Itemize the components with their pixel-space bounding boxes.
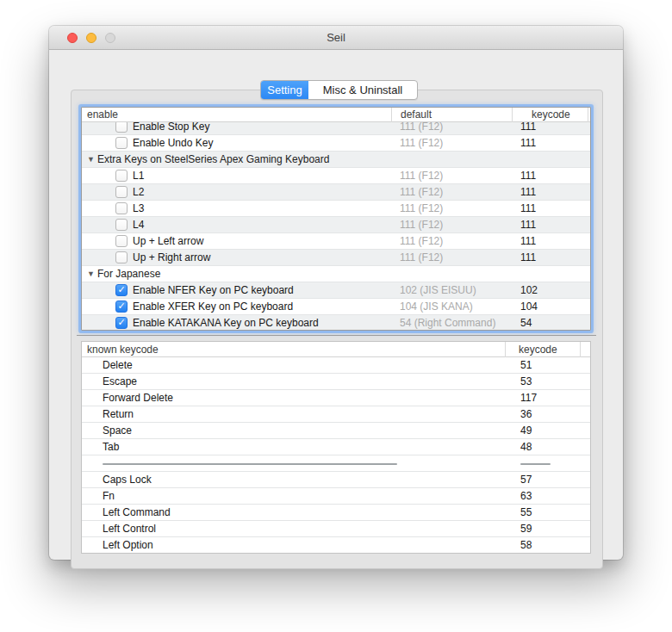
enable-checkbox[interactable]	[115, 317, 128, 329]
enable-checkbox[interactable]	[115, 137, 128, 149]
key-name: Left Control	[82, 523, 505, 535]
row-label: Up + Right arrow	[133, 251, 210, 263]
enable-table[interactable]: enable default keycode Enable Stop Key 1…	[81, 107, 591, 331]
table-row[interactable]: L4 111 (F12) 111	[82, 217, 590, 233]
enable-checkbox[interactable]	[115, 284, 128, 296]
column-header-keycode: keycode	[505, 342, 580, 357]
column-header-known-keycode: known keycode	[82, 344, 505, 356]
disclosure-triangle-icon[interactable]: ▼	[87, 152, 95, 168]
known-keycode-table-header: known keycode keycode	[82, 342, 590, 357]
keycode-value: 53	[505, 375, 580, 387]
tab-setting[interactable]: Setting	[261, 81, 308, 100]
tab-misc-uninstall[interactable]: Misc & Uninstall	[308, 81, 417, 100]
row-label: Enable KATAKANA Key on PC keyboard	[133, 317, 319, 329]
default-value: 111 (F12)	[391, 186, 512, 198]
keycode-value: 54	[512, 317, 588, 329]
enable-table-body[interactable]: Enable Stop Key 111 (F12) 111 Enable Und…	[82, 122, 590, 331]
table-row[interactable]: Enable KATAKANA Key on PC keyboard 54 (R…	[82, 315, 590, 331]
key-name: Left Command	[82, 506, 505, 518]
tab-bar: Setting Misc & Uninstall	[260, 80, 418, 100]
keycode-value: 55	[505, 506, 580, 518]
table-row[interactable]: Space 49	[82, 423, 590, 439]
row-label: Up + Left arrow	[133, 235, 203, 247]
key-name: Escape	[82, 375, 505, 387]
known-keycode-table[interactable]: known keycode keycode Delete 51 Escape 5…	[81, 341, 591, 554]
enable-table-header: enable default keycode	[82, 108, 590, 122]
table-row[interactable]: Left Control 59	[82, 521, 590, 537]
row-label: L1	[133, 170, 144, 182]
table-row[interactable]: Up + Right arrow 111 (F12) 111	[82, 250, 590, 266]
keycode-value: 104	[512, 301, 588, 313]
group-row[interactable]: ▼ Extra Keys on SteelSeries Apex Gaming …	[82, 152, 590, 168]
group-row[interactable]: ▼ For Japanese	[82, 266, 590, 282]
keycode-value: 49	[505, 424, 580, 437]
enable-checkbox[interactable]	[115, 170, 128, 182]
keycode-value: 111	[512, 170, 588, 182]
default-value: 111 (F12)	[391, 202, 512, 214]
row-label: Enable Undo Key	[133, 137, 213, 149]
keycode-value: 111	[512, 235, 588, 247]
keycode-value: 59	[505, 523, 580, 535]
table-row[interactable]: Up + Left arrow 111 (F12) 111	[82, 233, 590, 250]
known-keycode-table-body[interactable]: Delete 51 Escape 53 Forward Delete 117 R…	[82, 357, 590, 554]
row-label: L4	[133, 219, 144, 231]
default-value: 111 (F12)	[391, 219, 512, 231]
separator-row	[82, 455, 590, 472]
keycode-value: 58	[505, 539, 580, 551]
table-row[interactable]: Enable Stop Key 111 (F12) 111	[82, 122, 590, 135]
table-row[interactable]: L3 111 (F12) 111	[82, 201, 590, 217]
table-row[interactable]: Enable XFER Key on PC keyboard 104 (JIS …	[82, 299, 590, 315]
enable-checkbox[interactable]	[115, 219, 128, 231]
keycode-value: 111	[512, 202, 588, 214]
column-header-default: default	[391, 108, 512, 122]
group-label: Extra Keys on SteelSeries Apex Gaming Ke…	[97, 153, 329, 165]
table-row[interactable]: Return 36	[82, 406, 590, 423]
keycode-value: 36	[505, 408, 580, 420]
table-row[interactable]: Forward Delete 117	[82, 390, 590, 406]
pane-divider	[77, 335, 596, 336]
keycode-value: 48	[505, 441, 580, 453]
separator-line	[520, 463, 551, 465]
default-value: 111 (F12)	[391, 137, 512, 149]
table-row[interactable]: Delete 51	[82, 357, 590, 374]
table-row[interactable]: Enable NFER Key on PC keyboard 102 (JIS …	[82, 282, 590, 299]
window-title: Seil	[49, 26, 623, 49]
table-row[interactable]: Escape 53	[82, 374, 590, 390]
keycode-value: 51	[505, 359, 580, 371]
enable-checkbox[interactable]	[115, 251, 128, 263]
default-value: 111 (F12)	[391, 251, 512, 263]
window-content: Setting Misc & Uninstall enable default …	[49, 50, 623, 560]
titlebar[interactable]: Seil	[49, 26, 623, 50]
table-row[interactable]: Fn 63	[82, 488, 590, 505]
key-name: Caps Lock	[82, 474, 505, 486]
key-name: Fn	[82, 490, 505, 502]
group-label: For Japanese	[97, 268, 160, 280]
enable-checkbox[interactable]	[115, 186, 128, 198]
key-name: Return	[82, 408, 505, 420]
table-row[interactable]: Caps Lock 57	[82, 472, 590, 488]
row-label: Enable Stop Key	[133, 122, 209, 133]
column-header-spacer	[580, 342, 590, 357]
column-header-keycode: keycode	[512, 108, 588, 122]
table-row[interactable]: Tab 48	[82, 439, 590, 455]
desktop: Seil Setting Misc & Uninstall enable def…	[0, 0, 672, 632]
keycode-value: 63	[505, 490, 580, 502]
enable-checkbox[interactable]	[115, 202, 128, 214]
key-name: Left Option	[82, 539, 505, 551]
enable-checkbox[interactable]	[115, 235, 128, 247]
table-row[interactable]: Left Option 58	[82, 537, 590, 554]
keycode-value: 111	[512, 251, 588, 263]
default-value: 104 (JIS KANA)	[391, 301, 512, 313]
table-row[interactable]: Left Command 55	[82, 505, 590, 521]
enable-checkbox[interactable]	[115, 122, 128, 133]
default-value: 54 (Right Command)	[391, 317, 512, 329]
table-row[interactable]: L2 111 (F12) 111	[82, 184, 590, 201]
row-label: L2	[133, 186, 144, 198]
enable-checkbox[interactable]	[115, 301, 128, 313]
table-row[interactable]: L1 111 (F12) 111	[82, 168, 590, 184]
column-header-enable: enable	[82, 108, 391, 121]
disclosure-triangle-icon[interactable]: ▼	[87, 266, 95, 282]
default-value: 102 (JIS EISUU)	[391, 284, 512, 296]
default-value: 111 (F12)	[391, 235, 512, 247]
table-row[interactable]: Enable Undo Key 111 (F12) 111	[82, 135, 590, 152]
